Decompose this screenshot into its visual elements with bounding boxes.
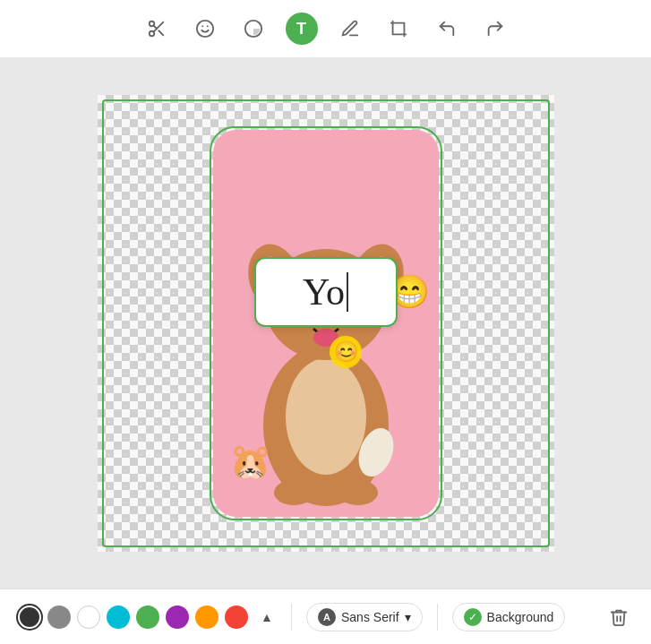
expand-colors-button[interactable]: ▲ [257,607,277,627]
color-swatch-purple[interactable] [166,605,189,629]
color-swatch-black[interactable] [18,605,41,629]
phone-card: 😊 🐹 😁 Yo [213,130,439,517]
text-content: Yo [303,270,345,313]
font-name-label: Sans Serif [341,610,399,624]
svg-point-5 [196,21,212,37]
text-icon-label: T [296,20,306,39]
color-swatches [18,605,248,629]
background-check-icon: ✓ [464,608,482,626]
svg-text:😊: 😊 [333,339,358,364]
background-toggle-button[interactable]: ✓ Background [452,603,566,631]
redo-button[interactable] [479,13,511,45]
color-swatch-cyan[interactable] [107,605,130,629]
canvas-area[interactable]: 😊 🐹 😁 Yo [0,58,651,588]
font-expand-icon: ▾ [405,610,411,624]
svg-point-9 [286,358,366,475]
text-box[interactable]: Yo [254,257,398,327]
font-icon: A [318,608,336,626]
text-cursor [347,272,348,312]
color-swatch-white[interactable] [77,605,100,629]
color-swatch-orange[interactable] [195,605,218,629]
delete-button[interactable] [604,603,633,631]
svg-line-3 [158,30,163,35]
phone-background: 😊 🐹 😁 Yo [213,130,439,517]
divider-1 [291,604,292,631]
svg-point-21 [274,480,313,505]
color-swatch-red[interactable] [225,605,248,629]
crop-button[interactable] [382,13,415,45]
divider-2 [437,604,438,631]
scissors-button[interactable] [141,13,173,45]
font-selector-button[interactable]: A Sans Serif ▾ [306,603,423,631]
expand-icon: ▲ [261,610,273,624]
draw-button[interactable] [334,13,366,45]
main-toolbar: T [0,0,651,58]
canvas-container: 😊 🐹 😁 Yo [98,95,554,552]
bottom-toolbar: ▲ A Sans Serif ▾ ✓ Background [0,588,651,644]
color-swatch-gray[interactable] [47,605,71,629]
emoji-button[interactable] [189,13,221,45]
color-swatch-green[interactable] [136,605,159,629]
sticker-button[interactable] [237,13,270,45]
background-label: Background [487,610,554,624]
svg-point-22 [338,480,378,505]
svg-line-4 [153,25,157,29]
text-button[interactable]: T [286,13,318,45]
guitar-sticker[interactable]: 🐹 [229,442,271,481]
undo-button[interactable] [431,13,463,45]
